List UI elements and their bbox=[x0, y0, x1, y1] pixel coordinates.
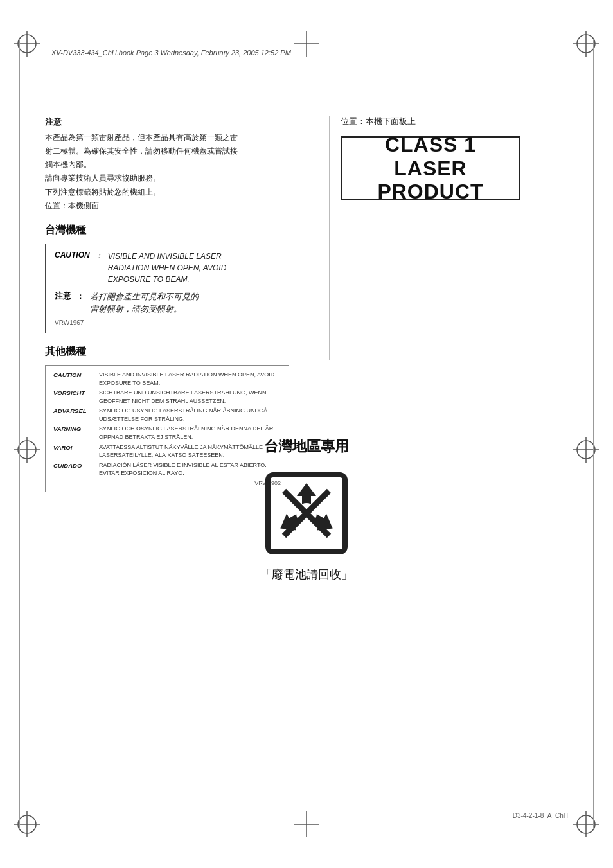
other-label-2: ADVARSEL bbox=[53, 407, 95, 423]
vertical-divider bbox=[329, 116, 330, 360]
note-label: 注意 bbox=[55, 290, 71, 302]
laser-product-text: CLASS 1 LASER PRODUCT bbox=[342, 133, 519, 204]
taiwan-caution-box: CAUTION ： VISIBLE AND INVISIBLE LASERRAD… bbox=[45, 244, 276, 333]
other-model-title: 其他機種 bbox=[45, 345, 321, 359]
header-rule bbox=[42, 44, 571, 44]
other-text-0: VISIBLE AND INVISIBLE LASER RADIATION WH… bbox=[99, 371, 281, 387]
location-text: 位置：本機下面板上 bbox=[341, 116, 572, 127]
other-caution-row-1: VORSICHT SICHTBARE UND UNSICHTBARE LASER… bbox=[53, 389, 281, 405]
notes-line4: 請向專業技術人員尋求協助服務。 bbox=[45, 172, 321, 184]
other-label-0: CAUTION bbox=[53, 371, 95, 387]
taiwan-caution-inner: CAUTION ： VISIBLE AND INVISIBLE LASERRAD… bbox=[55, 251, 267, 285]
recycle-icon bbox=[265, 472, 348, 555]
notes-location: 位置：本機側面 bbox=[45, 200, 321, 212]
doc-ref: D3-4-2-1-8_A_ChH bbox=[513, 812, 568, 819]
other-caution-row-2: ADVARSEL SYNLIG OG USYNLIG LASERSTRÅLING… bbox=[53, 407, 281, 423]
laser-product-box: CLASS 1 LASER PRODUCT bbox=[341, 136, 520, 200]
notes-line3: 觸本機內部。 bbox=[45, 159, 321, 171]
caution-colon: ： bbox=[95, 251, 103, 285]
note-text: 若打開會產生可見和不可見的雷射幅射，請勿受幅射。 bbox=[90, 290, 199, 315]
right-panel: 位置：本機下面板上 CLASS 1 LASER PRODUCT bbox=[341, 116, 572, 200]
other-text-1: SICHTBARE UND UNSICHTBARE LASERSTRAHLUNG… bbox=[99, 389, 281, 405]
notes-line5: 下列注意標籤將貼於您的機組上。 bbox=[45, 186, 321, 199]
notes-title: 注意 bbox=[45, 116, 321, 129]
other-text-2: SYNLIG OG USYNLIG LASERSTRÅLING NÅR ÅBNI… bbox=[99, 407, 281, 423]
laser-line2: LASER PRODUCT bbox=[377, 157, 483, 204]
recycle-caption: 「廢電池請回收」 bbox=[0, 567, 613, 582]
caution-label: CAUTION bbox=[55, 251, 90, 285]
other-label-1: VORSICHT bbox=[53, 389, 95, 405]
notes-line1: 本產品為第一類雷射產品，但本產品具有高於第一類之雷 bbox=[45, 132, 321, 144]
taiwan-exclusive-section: 台灣地區專用 「廢電池請回收」 bbox=[0, 437, 613, 582]
header-text: XV-DV333-434_ChH.book Page 3 Wednesday, … bbox=[51, 49, 562, 57]
footer-rule bbox=[42, 824, 571, 824]
notes-section: 注意 本產品為第一類雷射產品，但本產品具有高於第一類之雷 射二極體。為確保其安全… bbox=[45, 116, 321, 212]
note-colon: ： bbox=[76, 290, 85, 302]
notes-line2: 射二極體。為確保其安全性，請勿移動任何機蓋或嘗試接 bbox=[45, 145, 321, 157]
laser-line1: CLASS 1 bbox=[385, 133, 476, 156]
taiwan-exclusive-title: 台灣地區專用 bbox=[0, 437, 613, 456]
taiwan-model-title: 台灣機種 bbox=[45, 224, 321, 237]
taiwan-caution-code: VRW1967 bbox=[55, 319, 267, 326]
caution-text: VISIBLE AND INVISIBLE LASERRADIATION WHE… bbox=[108, 251, 227, 285]
other-caution-row-0: CAUTION VISIBLE AND INVISIBLE LASER RADI… bbox=[53, 371, 281, 387]
caution-chinese-row: 注意 ： 若打開會產生可見和不可見的雷射幅射，請勿受幅射。 bbox=[55, 290, 267, 315]
recycle-container bbox=[0, 472, 613, 555]
